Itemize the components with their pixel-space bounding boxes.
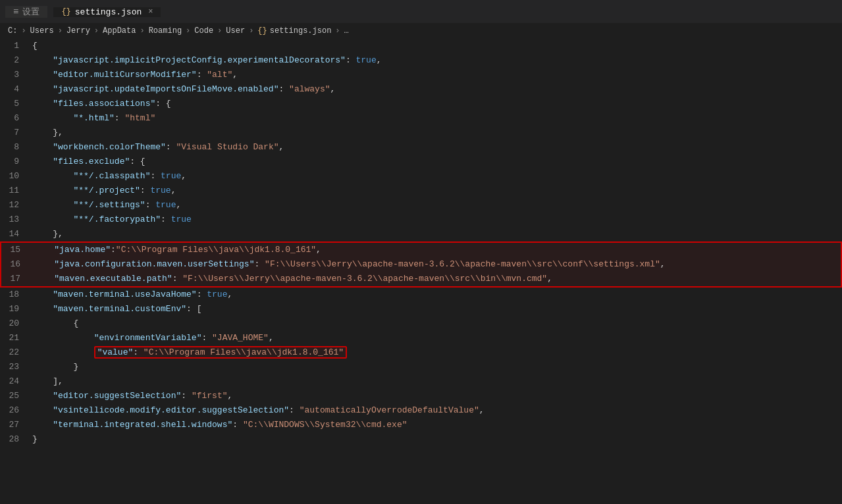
tab-settings-json[interactable]: {} settings.json × bbox=[53, 7, 161, 17]
line-7: 7 }, bbox=[0, 126, 842, 140]
line-17: 17 "maven.executable.path": "F:\\Users\\… bbox=[1, 272, 841, 286]
line-10: 10 "**/.classpath": true, bbox=[0, 169, 842, 184]
line-5: 5 "files.associations": { bbox=[0, 97, 842, 111]
line-21: 21 "environmentVariable": "JAVA_HOME", bbox=[0, 331, 842, 345]
breadcrumb-ellipsis: … bbox=[344, 26, 349, 36]
breadcrumb-code: Code bbox=[194, 26, 213, 36]
line-22: 22 "value": "C:\\Program Files\\java\\jd… bbox=[0, 345, 842, 360]
editor-area: 1 { 2 "javascript.implicitProjectConfig.… bbox=[0, 39, 842, 504]
line-20: 20 { bbox=[0, 316, 842, 331]
vscode-window: ≡ settings.json 设置 {} settings.json × C:… bbox=[0, 0, 842, 504]
breadcrumb-filename: settings.json bbox=[270, 26, 332, 36]
line-6: 6 "*.html": "html" bbox=[0, 111, 842, 126]
line-25: 25 "editor.suggestSelection": "first", bbox=[0, 389, 842, 403]
line-27: 27 "terminal.integrated.shell.windows": … bbox=[0, 418, 842, 432]
line-28: 28 } bbox=[0, 432, 842, 447]
line-18: 18 "maven.terminal.useJavaHome": true, bbox=[0, 288, 842, 302]
breadcrumb-roaming: Roaming bbox=[149, 26, 182, 36]
line-26: 26 "vsintellicode.modify.editor.suggestS… bbox=[0, 403, 842, 418]
breadcrumb-jerry: Jerry bbox=[66, 26, 90, 36]
json-icon: {} bbox=[61, 7, 70, 16]
breadcrumb-appdata: AppData bbox=[103, 26, 136, 36]
tab-close-icon[interactable]: × bbox=[148, 7, 153, 16]
line-16: 16 "java.configuration.maven.userSetting… bbox=[1, 257, 841, 272]
breadcrumb-user: User bbox=[226, 26, 245, 36]
tab-settings[interactable]: ≡ settings.json 设置 bbox=[5, 5, 48, 18]
settings-icon: ≡ bbox=[13, 7, 18, 17]
breadcrumb-users: Users bbox=[30, 26, 54, 36]
line-11: 11 "**/.project": true, bbox=[0, 184, 842, 198]
breadcrumb: C: › Users › Jerry › AppData › Roaming ›… bbox=[0, 23, 842, 39]
line-2: 2 "javascript.implicitProjectConfig.expe… bbox=[0, 53, 842, 68]
highlight-block-15-17: 15 "java.home":"C:\\Program Files\\java\… bbox=[0, 241, 842, 288]
line-9: 9 "files.exclude": { bbox=[0, 155, 842, 169]
line-19: 19 "maven.terminal.customEnv": [ bbox=[0, 302, 842, 316]
line-4: 4 "javascript.updateImportsOnFileMove.en… bbox=[0, 82, 842, 97]
tab-bar: ≡ settings.json 设置 {} settings.json × bbox=[0, 0, 842, 23]
line-14: 14 }, bbox=[0, 227, 842, 241]
line-1: 1 { bbox=[0, 39, 842, 53]
line-15: 15 "java.home":"C:\\Program Files\\java\… bbox=[1, 243, 841, 257]
breadcrumb-file-icon: {} bbox=[257, 26, 267, 36]
line-24: 24 ], bbox=[0, 374, 842, 389]
line-23: 23 } bbox=[0, 360, 842, 374]
line-13: 13 "**/.factorypath": true bbox=[0, 213, 842, 227]
tab-settings-json-label: settings.json bbox=[75, 7, 142, 17]
line-12: 12 "**/.settings": true, bbox=[0, 198, 842, 213]
tab-settings-text: 设置 bbox=[22, 6, 39, 18]
line-8: 8 "workbench.colorTheme": "Visual Studio… bbox=[0, 140, 842, 155]
breadcrumb-c: C: bbox=[8, 26, 17, 36]
line-3: 3 "editor.multiCursorModifier": "alt", bbox=[0, 68, 842, 82]
